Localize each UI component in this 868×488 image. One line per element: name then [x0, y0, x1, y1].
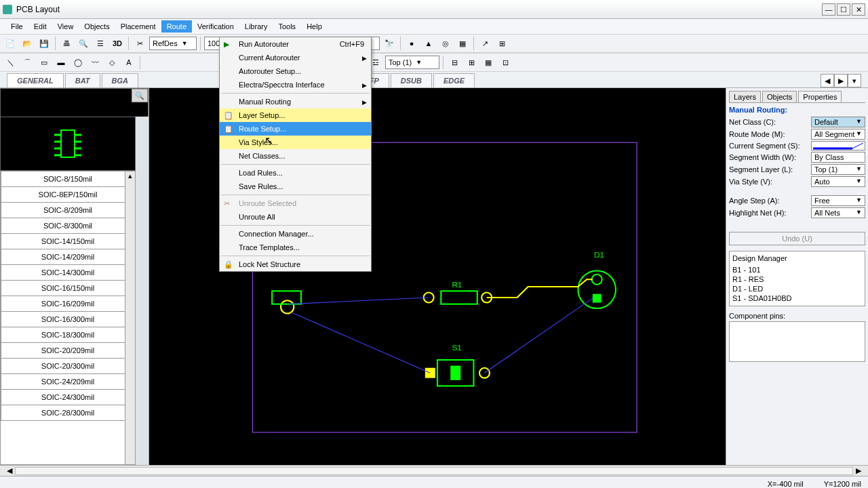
netclass-select[interactable]: Default▼	[811, 117, 865, 127]
seglayer-select[interactable]: Top (1)▼	[811, 164, 865, 175]
filled-rect-icon[interactable]: ▬	[54, 55, 68, 70]
menu-library[interactable]: Library	[239, 20, 273, 33]
menu-electra[interactable]: Electra/Specctra Interface▶	[220, 78, 371, 92]
menu-verification[interactable]: Verification	[192, 20, 239, 33]
fanout-icon[interactable]: ⊞	[464, 55, 479, 70]
new-file-icon[interactable]: 📄	[3, 36, 18, 51]
preview-icon[interactable]: 🔍	[76, 36, 91, 51]
renumber-icon[interactable]: ⊡	[498, 55, 513, 70]
maximize-button[interactable]: ☐	[837, 3, 850, 16]
text-tool-icon[interactable]: A	[121, 55, 136, 70]
list-item[interactable]: SOIC-8/150mil	[1, 171, 135, 187]
refdes-combo[interactable]: RefDes▼	[149, 37, 197, 50]
tab-general[interactable]: GENERAL	[7, 73, 64, 87]
tab-edge[interactable]: EDGE	[433, 73, 475, 87]
menu-file[interactable]: File	[5, 20, 28, 33]
dm-item[interactable]: R1 - RES	[732, 274, 862, 284]
route-tool-icon[interactable]: ⊟	[447, 55, 462, 70]
menu-manual-routing[interactable]: Manual Routing▶	[220, 95, 371, 108]
list-item[interactable]: SOIC-8/209mil	[1, 203, 135, 218]
drc-ok-icon[interactable]: ●	[404, 36, 419, 51]
viastyle-select[interactable]: Auto▼	[811, 176, 865, 187]
list-item[interactable]: SOIC-8/300mil	[1, 218, 135, 234]
highlight-select[interactable]: All Nets▼	[811, 207, 865, 218]
3d-button[interactable]: 3D	[110, 36, 125, 51]
layer-combo[interactable]: Top (1)▼	[385, 56, 439, 69]
polyline-icon[interactable]: 〰	[87, 55, 102, 70]
drc-warn-icon[interactable]: ▲	[421, 36, 436, 51]
list-item[interactable]: SOIC-8EP/150mil	[1, 187, 135, 203]
list-item[interactable]: SOIC-20/209mil	[1, 343, 135, 359]
menu-view[interactable]: View	[52, 20, 79, 33]
zoom-in-icon[interactable]: 🔍	[132, 89, 148, 102]
menu-load-rules[interactable]: Load Rules...	[220, 166, 371, 180]
titles-icon[interactable]: ☰	[93, 36, 108, 51]
menu-net-classes[interactable]: Net Classes...	[220, 149, 371, 163]
list-item[interactable]: SOIC-18/300mil	[1, 327, 135, 343]
menu-trace-templates[interactable]: Trace Templates...	[220, 241, 371, 254]
close-button[interactable]: ✕	[852, 3, 865, 16]
tab-properties[interactable]: Properties	[798, 91, 842, 102]
list-item[interactable]: SOIC-16/300mil	[1, 312, 135, 327]
list-item[interactable]: SOIC-20/300mil	[1, 359, 135, 374]
tab-bat[interactable]: BAT	[65, 73, 100, 87]
list-item[interactable]: SOIC-14/300mil	[1, 265, 135, 281]
list-item[interactable]: SOIC-14/209mil	[1, 249, 135, 265]
measure-icon[interactable]: ↗	[477, 36, 492, 51]
hscrollbar[interactable]	[15, 467, 853, 475]
menu-save-rules[interactable]: Save Rules...	[220, 180, 371, 193]
list-item[interactable]: SOIC-28/300mil	[1, 405, 135, 421]
list-item[interactable]: SOIC-24/209mil	[1, 374, 135, 390]
menu-route[interactable]: Route	[161, 20, 192, 33]
component-pins-list[interactable]	[729, 321, 865, 362]
menu-lock-net[interactable]: 🔒Lock Net Structure	[220, 258, 371, 271]
menu-run-autorouter[interactable]: ▶Run AutorouterCtrl+F9	[220, 37, 371, 51]
minimize-button[interactable]: —	[822, 3, 835, 16]
menu-objects[interactable]: Objects	[79, 20, 115, 33]
menu-tools[interactable]: Tools	[273, 20, 301, 33]
segwidth-select[interactable]: By Class	[811, 152, 865, 163]
dm-item[interactable]: D1 - LED	[732, 284, 862, 293]
menu-placement[interactable]: Placement	[115, 20, 161, 33]
arc-tool-icon[interactable]: ⌒	[20, 55, 35, 70]
drc-target-icon[interactable]: ◎	[438, 36, 453, 51]
angle-select[interactable]: Free▼	[811, 195, 865, 206]
table-icon[interactable]: ⊞	[494, 36, 509, 51]
ellipse-tool-icon[interactable]: ◯	[71, 55, 85, 70]
list-item[interactable]: SOIC-14/150mil	[1, 234, 135, 249]
print-icon[interactable]: 🖶	[59, 36, 74, 51]
copper-icon[interactable]: ▦	[481, 55, 496, 70]
menu-help[interactable]: Help	[301, 20, 328, 33]
part-list[interactable]: SOIC-8/150mil SOIC-8EP/150mil SOIC-8/209…	[0, 171, 136, 465]
tabs-menu-icon[interactable]: ▾	[848, 74, 861, 87]
menu-autorouter-setup[interactable]: Autorouter Setup...	[220, 64, 371, 78]
cut-icon[interactable]: ✂	[132, 36, 147, 51]
line-tool-icon[interactable]: ＼	[3, 55, 18, 70]
menu-connection-manager[interactable]: Connection Manager...	[220, 227, 371, 241]
tab-bga[interactable]: BGA	[102, 73, 138, 87]
routemode-select[interactable]: All Segment▼	[811, 129, 865, 140]
list-item[interactable]: SOIC-16/150mil	[1, 281, 135, 296]
hscroll-left-icon[interactable]: ◀	[7, 466, 12, 475]
tabs-next-icon[interactable]: ▶	[834, 74, 848, 87]
tabs-prev-icon[interactable]: ◀	[821, 74, 834, 87]
tab-objects[interactable]: Objects	[762, 91, 797, 102]
menu-via-styles[interactable]: Via Styles...	[220, 136, 371, 149]
dm-item[interactable]: S1 - SDA01H0BD	[732, 293, 862, 303]
save-file-icon[interactable]: 💾	[37, 36, 52, 51]
drc-x-icon[interactable]: ▦	[455, 36, 470, 51]
rect-tool-icon[interactable]: ▭	[37, 55, 52, 70]
binoculars-icon[interactable]: 🔭	[382, 36, 397, 51]
polygon-tool-icon[interactable]: ◇	[104, 55, 119, 70]
hscroll-right-icon[interactable]: ▶	[856, 466, 861, 475]
dm-item[interactable]: B1 - 101	[732, 265, 862, 274]
tab-dsub[interactable]: DSUB	[391, 73, 432, 87]
list-item[interactable]: SOIC-16/209mil	[1, 296, 135, 312]
menu-edit[interactable]: Edit	[28, 20, 52, 33]
menu-layer-setup[interactable]: 📋Layer Setup...	[220, 108, 371, 122]
menu-route-setup[interactable]: 📋Route Setup...	[220, 122, 371, 136]
list-item[interactable]: SOIC-24/300mil	[1, 390, 135, 405]
menu-unroute-all[interactable]: Unroute All	[220, 210, 371, 224]
menu-current-autorouter[interactable]: Current Autorouter▶	[220, 51, 371, 64]
scrollbar[interactable]: ▴	[125, 171, 135, 464]
